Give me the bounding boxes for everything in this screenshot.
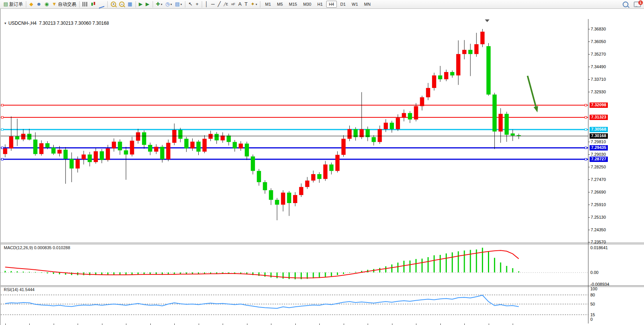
timeframe-d1[interactable]: D1 bbox=[338, 1, 348, 8]
candle bbox=[366, 126, 370, 141]
zoom-out-button[interactable]: − bbox=[118, 0, 126, 8]
indicators-icon: ✚ bbox=[156, 1, 160, 7]
panel-separator[interactable] bbox=[0, 243, 644, 244]
line-anchor-marker[interactable] bbox=[1, 116, 3, 118]
macd-panel-canvas[interactable] bbox=[0, 245, 644, 285]
candle bbox=[456, 40, 461, 85]
trendline-button[interactable]: ╱ bbox=[217, 0, 222, 8]
price-tick bbox=[588, 179, 590, 180]
text-button[interactable]: A bbox=[237, 0, 243, 8]
macd-histogram-bar bbox=[265, 272, 266, 277]
chart-shift-button[interactable]: ▶ bbox=[145, 0, 151, 8]
timeframe-m1[interactable]: M1 bbox=[262, 1, 273, 8]
arrow-annotation[interactable] bbox=[528, 76, 538, 112]
line-anchor-marker[interactable] bbox=[1, 104, 3, 106]
new-order-button[interactable]: ▤新订单 bbox=[2, 0, 24, 8]
time-tick bbox=[513, 323, 513, 325]
macd-histogram-bar bbox=[452, 252, 453, 272]
timeframe-m30[interactable]: M30 bbox=[300, 1, 314, 8]
cursor-button[interactable]: ↖ bbox=[187, 0, 194, 8]
timeframe-m5[interactable]: M5 bbox=[274, 1, 285, 8]
tile-windows-button[interactable]: ▦ bbox=[126, 0, 133, 8]
symbol-dropdown-icon[interactable]: ▼ bbox=[4, 22, 7, 25]
bar-chart-icon bbox=[83, 2, 88, 6]
fibonacci-button[interactable]: ≡F bbox=[230, 0, 236, 8]
line-anchor-marker[interactable] bbox=[1, 128, 3, 131]
text-label-button[interactable]: T bbox=[244, 0, 249, 8]
macd-histogram-bar bbox=[506, 266, 507, 272]
macd-signal-value: 0.010288 bbox=[53, 245, 70, 250]
window-left-edge bbox=[0, 9, 1, 325]
macd-histogram-bar bbox=[385, 266, 386, 272]
price-chart-canvas[interactable] bbox=[0, 19, 644, 242]
candle bbox=[202, 135, 207, 153]
signals-button[interactable]: ◉ bbox=[43, 0, 50, 8]
autoscroll-button[interactable]: ▶ bbox=[138, 0, 144, 8]
zoom-in-button[interactable]: + bbox=[110, 0, 117, 8]
line-anchor-marker[interactable] bbox=[1, 158, 3, 160]
rsi-panel-canvas[interactable] bbox=[0, 287, 644, 323]
chart-shift-marker[interactable] bbox=[485, 19, 489, 22]
macd-histogram-bar bbox=[23, 272, 24, 272]
timeframe-w1[interactable]: W1 bbox=[349, 1, 361, 8]
rsi-axis-label: 80 bbox=[590, 293, 595, 297]
timeframe-m15[interactable]: M15 bbox=[286, 1, 300, 8]
candle bbox=[480, 29, 485, 47]
signal-icon: ◉ bbox=[45, 1, 49, 7]
line-chart-button[interactable] bbox=[98, 0, 105, 8]
macd-histogram-bar bbox=[289, 272, 290, 279]
candle bbox=[172, 123, 177, 145]
line-anchor-marker[interactable] bbox=[585, 104, 587, 106]
rsi-axis-label: 0 bbox=[590, 317, 593, 322]
timeframe-mn[interactable]: MN bbox=[362, 1, 373, 8]
timeframe-h4[interactable]: H4 bbox=[326, 1, 337, 8]
line-anchor-marker[interactable] bbox=[585, 147, 587, 149]
symbol-period-label: USDCNH-,H4 bbox=[8, 21, 37, 26]
toolbar-separator bbox=[107, 1, 108, 8]
macd-histogram-bar bbox=[337, 272, 338, 275]
market-watch-button[interactable]: ☻ bbox=[35, 0, 43, 8]
price-tick-label: 7.25130 bbox=[591, 215, 606, 220]
autotrading-button-label: 自动交易 bbox=[58, 1, 76, 8]
macd-axis-label: 0.018641 bbox=[590, 245, 608, 250]
zoom-out-icon: − bbox=[119, 2, 124, 7]
autotrading-button[interactable]: ▼自动交易 bbox=[51, 0, 77, 8]
indicators-button[interactable]: ✚▾ bbox=[155, 0, 164, 8]
candle bbox=[215, 132, 219, 144]
candle bbox=[33, 132, 37, 155]
price-tick-label: 7.32930 bbox=[591, 90, 606, 94]
candle bbox=[130, 137, 134, 156]
tile-windows-icon: ▦ bbox=[128, 1, 132, 7]
price-tick-label: 7.36830 bbox=[591, 27, 606, 32]
toolbar-separator bbox=[153, 1, 153, 8]
candle bbox=[88, 152, 92, 167]
candle bbox=[317, 172, 322, 183]
timeframe-h1[interactable]: H1 bbox=[315, 1, 325, 8]
candle bbox=[329, 163, 333, 175]
hline-button[interactable]: ─ bbox=[210, 0, 216, 8]
line-anchor-marker[interactable] bbox=[585, 158, 587, 160]
templates-button[interactable]: ▤▾ bbox=[174, 0, 183, 8]
candle bbox=[100, 149, 104, 163]
line-anchor-marker[interactable] bbox=[585, 116, 587, 118]
template-icon: ▤ bbox=[175, 1, 180, 7]
time-tick bbox=[199, 323, 199, 325]
bar-chart-button[interactable] bbox=[81, 0, 89, 8]
periods-button[interactable]: ◷▾ bbox=[164, 0, 173, 8]
line-anchor-marker[interactable] bbox=[1, 147, 3, 149]
main-toolbar: ▤新订单◆☻◉▼自动交易+−▦▶▶✚▾◷▾▤▾↖+│─╱╱E≡FAT✦▾M1M5… bbox=[0, 0, 644, 9]
candlestick-chart-button[interactable] bbox=[89, 0, 97, 8]
channel-button[interactable]: ╱E bbox=[223, 0, 229, 8]
chart-window[interactable]: ▼USDCNH-,H4 7.30213 7.30213 7.30060 7.30… bbox=[0, 9, 644, 325]
arrows-button[interactable]: ✦▾ bbox=[250, 0, 258, 8]
crosshair-button[interactable]: + bbox=[194, 0, 200, 8]
chat-icon[interactable]: 1 bbox=[634, 2, 641, 7]
candle bbox=[402, 109, 406, 121]
candle bbox=[118, 139, 122, 155]
trade-box-button[interactable]: ◆ bbox=[28, 0, 34, 8]
line-anchor-marker[interactable] bbox=[585, 128, 587, 131]
search-icon[interactable] bbox=[623, 2, 628, 7]
macd-histogram-bar bbox=[421, 259, 422, 272]
vline-button[interactable]: │ bbox=[204, 0, 209, 8]
time-tick bbox=[126, 323, 126, 325]
